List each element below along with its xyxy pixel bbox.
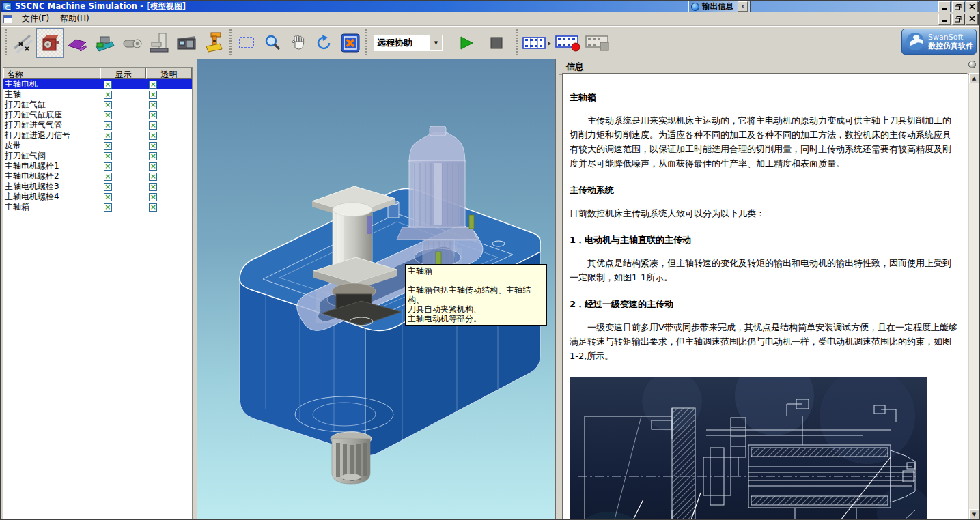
- child-minimize-button[interactable]: [938, 14, 951, 25]
- app-window-buttons: [938, 1, 978, 12]
- checkbox-cell: ×: [146, 121, 192, 130]
- menu-help[interactable]: 帮助(H): [55, 12, 94, 26]
- transparency-checkbox[interactable]: ×: [149, 101, 157, 109]
- transparency-checkbox[interactable]: ×: [149, 91, 157, 99]
- transparency-checkbox[interactable]: ×: [149, 183, 157, 191]
- close-button[interactable]: [966, 1, 978, 12]
- visibility-checkbox[interactable]: ×: [104, 173, 112, 181]
- toolbar-grip[interactable]: [516, 29, 518, 57]
- rotate-view-icon: [316, 34, 333, 52]
- film-record-button[interactable]: [553, 29, 583, 57]
- visibility-checkbox[interactable]: ×: [104, 193, 112, 201]
- visibility-checkbox[interactable]: ×: [104, 81, 112, 89]
- child-restore-button[interactable]: [952, 14, 964, 25]
- table-row[interactable]: 打刀缸气缸底座××: [3, 110, 192, 120]
- transparency-checkbox[interactable]: ×: [149, 173, 157, 181]
- table-row[interactable]: 皮带××: [3, 141, 192, 151]
- film-record-icon: [555, 34, 581, 52]
- axes-shafts-icon: [12, 32, 33, 54]
- visibility-checkbox[interactable]: ×: [104, 142, 112, 150]
- checkbox-cell: ×: [101, 183, 147, 191]
- transparency-checkbox[interactable]: ×: [149, 111, 157, 119]
- spindle-nose-model: [331, 432, 372, 484]
- table-row[interactable]: 主轴箱××: [3, 202, 192, 212]
- transparency-checkbox[interactable]: ×: [149, 81, 157, 89]
- app-icon: [3, 2, 12, 11]
- info-paragraph: 目前数控机床主传动系统大致可以分为以下几类：: [570, 206, 957, 220]
- table-row[interactable]: 主轴电机螺栓2××: [3, 171, 192, 182]
- info-panel-orb-icon[interactable]: [968, 61, 976, 68]
- transparency-checkbox[interactable]: ×: [149, 152, 157, 160]
- visibility-checkbox[interactable]: ×: [104, 101, 112, 109]
- spindle-unit-button[interactable]: [118, 28, 145, 58]
- table-row[interactable]: 主轴××: [3, 89, 192, 100]
- visibility-checkbox[interactable]: ×: [104, 162, 112, 171]
- table-row[interactable]: 主轴电机螺栓3××: [3, 182, 192, 192]
- table-row[interactable]: 主轴电机××: [3, 79, 192, 89]
- main-area: 名称 显示 透明 主轴电机××主轴××打刀缸气缸××打刀缸气缸底座××打刀缸进气…: [1, 58, 979, 519]
- remote-assist-dropdown[interactable]: 远程协助 ▼: [374, 35, 443, 51]
- film-play-button[interactable]: [520, 29, 553, 57]
- pan-hand-button[interactable]: [285, 29, 311, 57]
- visibility-checkbox[interactable]: ×: [104, 91, 112, 99]
- scroll-down-button[interactable]: ▼: [969, 509, 979, 519]
- zoom-button[interactable]: [260, 29, 285, 57]
- select-rect-button[interactable]: [234, 29, 260, 57]
- axes-shafts-button[interactable]: [9, 28, 36, 58]
- table-row[interactable]: 打刀缸气缸××: [3, 100, 192, 110]
- tooltip-line: 刀具自动夹紧机构、: [408, 304, 544, 314]
- machine-bed-button[interactable]: [91, 28, 118, 58]
- visibility-checkbox[interactable]: ×: [104, 111, 112, 119]
- scroll-up-button[interactable]: ▲: [969, 73, 979, 83]
- film-stop-button[interactable]: [583, 29, 613, 57]
- column-name[interactable]: 名称: [3, 68, 100, 79]
- column-show[interactable]: 显示: [100, 68, 146, 79]
- output-info-window[interactable]: 输出信息 x: [688, 1, 751, 12]
- cnc-lathe-button[interactable]: [173, 28, 200, 58]
- info-paragraph: 一级变速目前多用V带或同步带来完成，其忧点是结构简单安装调试方便，且在一定程度上…: [570, 320, 957, 363]
- transparency-checkbox[interactable]: ×: [149, 162, 157, 171]
- column-transparent[interactable]: 透明: [146, 68, 192, 79]
- table-row[interactable]: 打刀缸进气气管××: [3, 120, 192, 130]
- transparency-checkbox[interactable]: ×: [149, 121, 157, 130]
- restore-button[interactable]: [952, 1, 964, 12]
- output-close-button[interactable]: x: [738, 1, 748, 12]
- swansoft-logo: SwanSoft 数控仿真软件: [901, 29, 977, 55]
- cross-slide-button[interactable]: [64, 28, 91, 58]
- rotate-view-button[interactable]: [311, 29, 337, 57]
- minimize-button[interactable]: [938, 1, 951, 12]
- transparency-checkbox[interactable]: ×: [149, 203, 157, 212]
- visibility-checkbox[interactable]: ×: [104, 203, 112, 212]
- tool-setter-icon: [204, 32, 224, 54]
- toolbar-grip[interactable]: [365, 29, 367, 57]
- visibility-checkbox[interactable]: ×: [104, 183, 112, 191]
- visibility-checkbox[interactable]: ×: [104, 121, 112, 130]
- dropdown-arrow-icon[interactable]: ▼: [430, 35, 442, 50]
- fit-view-button[interactable]: [337, 29, 363, 57]
- transparency-checkbox[interactable]: ×: [149, 142, 157, 150]
- cnc-lathe-icon: [176, 32, 197, 54]
- visibility-checkbox[interactable]: ×: [104, 152, 112, 160]
- play-button[interactable]: [453, 29, 479, 57]
- table-row[interactable]: 打刀缸进退刀信号××: [3, 130, 192, 141]
- menu-file[interactable]: 文件(F): [16, 12, 55, 26]
- model-viewport[interactable]: 主轴箱 主轴箱包括主轴传动结构、主轴结构、 刀具自动夹紧机构、 主轴电动机等部分…: [197, 59, 556, 519]
- transparency-checkbox[interactable]: ×: [149, 193, 157, 201]
- spindle-gearbox-button[interactable]: [36, 28, 64, 58]
- info-content: 主轴箱主传动系统是用来实现机床主运动的，它将主电动机的原动力变成可供主轴上刀具切…: [562, 73, 968, 519]
- tool-setter-button[interactable]: [200, 28, 227, 58]
- spindle-figure: 主电机 联轴器 主轴: [570, 377, 927, 519]
- stop-button[interactable]: [484, 29, 509, 57]
- visibility-checkbox[interactable]: ×: [104, 132, 112, 140]
- table-row[interactable]: 主轴电机螺栓1××: [3, 161, 192, 171]
- transparency-checkbox[interactable]: ×: [149, 132, 157, 140]
- checkbox-cell: ×: [101, 193, 147, 201]
- info-scrollbar[interactable]: ▲ ▼: [969, 73, 979, 519]
- fit-view-icon: [341, 33, 360, 53]
- table-row[interactable]: 主轴电机螺栓4××: [3, 192, 192, 202]
- toolbar-grip[interactable]: [5, 29, 7, 57]
- toolbar-grip[interactable]: [229, 29, 232, 57]
- child-close-button[interactable]: [966, 14, 978, 25]
- table-row[interactable]: 打刀缸气阀××: [3, 151, 192, 161]
- milling-column-button[interactable]: [145, 28, 173, 58]
